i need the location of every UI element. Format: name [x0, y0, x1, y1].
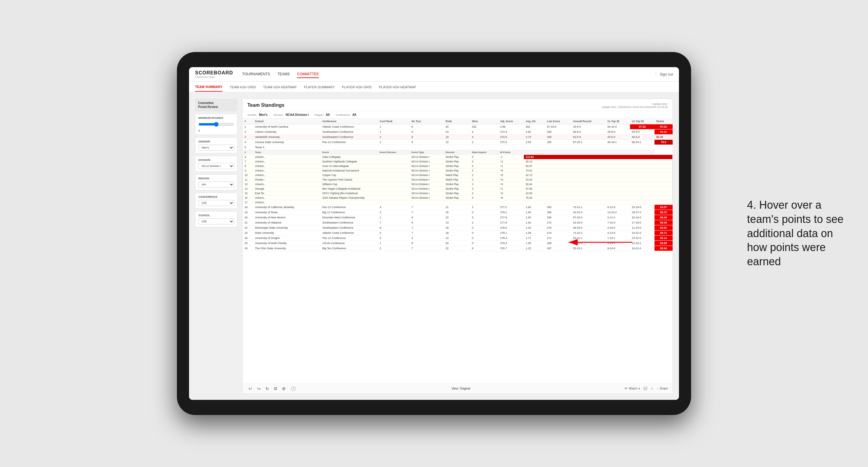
filter-region-display: Region: All: [314, 113, 330, 117]
table-row: 22 Mississippi State University Southeas…: [243, 225, 673, 230]
redo-button[interactable]: ↪: [256, 386, 262, 392]
panel-title: Team Standings: [247, 102, 284, 108]
tab-team-summary[interactable]: TEAM SUMMARY: [195, 83, 223, 92]
filter-gender-label: Gender: [198, 140, 234, 143]
filter-min-rounds-label: Minimum Rounds: [198, 117, 234, 120]
tooltip-row: 13 Univers... Williams Cup NCAA Division…: [243, 182, 673, 187]
col-rank: #: [243, 119, 253, 124]
filter-min-rounds-input[interactable]: [198, 121, 234, 128]
expand-button[interactable]: ⤢: [651, 387, 653, 390]
tooltip-row: 11 Florida I The Cypress Point Classic N…: [243, 178, 673, 182]
clock-button[interactable]: 🕐: [289, 386, 297, 392]
table-row: 18 University of California, Berkeley Pa…: [243, 205, 673, 210]
annotation-text: 4. Hover over a team's points to see add…: [747, 198, 850, 269]
logo-text: SCOREBOARD: [195, 70, 233, 75]
tooltip-row: 15 East Ter OFCC Fighting Illini Invitat…: [243, 191, 673, 196]
filter-gender-select[interactable]: Men's: [198, 145, 234, 151]
table-row: 19 University of Texas Big 12 Conference…: [243, 210, 673, 215]
col-vs50: Vs Top 50: [630, 119, 654, 124]
share-button[interactable]: ↑ Share: [657, 387, 668, 390]
settings-button[interactable]: ⚙: [281, 386, 287, 392]
filter-region-label: Region: [198, 177, 234, 180]
col-conference: Conference: [320, 119, 378, 124]
col-overall: Overall Record: [571, 119, 606, 124]
tab-player-h2h-heatmap[interactable]: PLAYER H2H HEATMAP: [379, 83, 416, 91]
tab-team-h2h-grid[interactable]: TEAM H2H GRID: [230, 83, 256, 91]
filter-division-select[interactable]: NCAA Division I: [198, 163, 234, 169]
chevron-down-icon: ▾: [639, 387, 640, 390]
col-low-score: Low Score: [545, 119, 571, 124]
eye-icon: 👁: [624, 387, 627, 390]
col-points: Points: [654, 119, 673, 124]
filter-conference: Conference (All): [195, 193, 238, 209]
expand-icon: ⤢: [651, 387, 653, 390]
table-row: 1 University of North Carolina Atlantic …: [243, 124, 673, 129]
tooltip-row: 7 Univers... Southern Highlands Collegia…: [243, 159, 673, 164]
watch-label: Watch: [629, 387, 637, 390]
update-time: Update time:Update time: 13/03/2024 10:0…: [601, 102, 668, 108]
filter-division: Division NCAA Division I: [195, 156, 238, 172]
filter-school-select[interactable]: (All): [198, 218, 234, 224]
undo-button[interactable]: ↩: [247, 386, 253, 392]
copy-button[interactable]: ⧉: [273, 385, 278, 392]
table-scroll[interactable]: # School Conference Conf Rank No Tour Rn…: [243, 119, 673, 383]
table-row: 20 University of New Mexico Mountain Wes…: [243, 215, 673, 220]
watch-button[interactable]: 👁 Watch ▾: [624, 387, 640, 390]
top-nav: SCOREBOARD Powered by clippd TOURNAMENTS…: [189, 67, 679, 82]
sidebar-title: CommitteePortal Review: [198, 101, 235, 109]
filter-min-rounds: Minimum Rounds 5: [195, 114, 238, 135]
col-rnds: Rnds: [444, 119, 470, 124]
filter-region-select[interactable]: N/A: [198, 182, 234, 188]
tooltip-header-row: # Team Event Event Division Event Type R…: [243, 150, 673, 155]
annotation-area: 4. Hover over a team's points to see add…: [747, 198, 850, 269]
filter-conference-select[interactable]: (All): [198, 200, 234, 206]
nav-committee[interactable]: COMMITTEE: [297, 71, 319, 78]
toolbar-left: ↩ ↪ ↻ ⧉ ⚙ 🕐: [247, 385, 297, 392]
table-row: 5 Texas T...: [243, 145, 673, 150]
col-vs25: Vs Top 25: [606, 119, 630, 124]
comment-icon: 💬: [644, 387, 647, 390]
filter-division-display: Division: NCAA Division I: [273, 113, 309, 117]
tooltip-row: 8 Univers... Amer An Intercollegiate NCA…: [243, 164, 673, 168]
table-row: 3 Vanderbilt University Southeastern Con…: [243, 134, 673, 140]
tab-player-summary[interactable]: PLAYER SUMMARY: [304, 83, 335, 91]
view-original-label: View: Original: [452, 387, 470, 390]
nav-items: TOURNAMENTS TEAMS COMMITTEE: [242, 71, 656, 78]
share-icon: ↑: [657, 387, 658, 390]
nav-tournaments[interactable]: TOURNAMENTS: [242, 71, 270, 78]
tooltip-row: 16 Univers... 2023 Sahalee Players Champ…: [243, 196, 673, 200]
filter-region: Region N/A: [195, 174, 238, 190]
tooltip-row: 14 Georgia Ben Hogan Collegiate Invitati…: [243, 187, 673, 191]
filter-conference-display: Conference: All: [336, 113, 356, 117]
standings-table: # School Conference Conf Rank No Tour Rn…: [243, 119, 673, 251]
bottom-toolbar: ↩ ↪ ↻ ⧉ ⚙ 🕐 View: Original 👁 Watch: [243, 383, 673, 394]
tab-player-h2h-grid[interactable]: PLAYER H2H GRID: [342, 83, 372, 91]
refresh-button[interactable]: ↻: [264, 386, 270, 392]
sidebar: CommitteePortal Review Minimum Rounds 5 …: [195, 99, 238, 394]
tablet-shell: SCOREBOARD Powered by clippd TOURNAMENTS…: [177, 52, 691, 415]
table-row: 2 Auburn University Southeastern Confere…: [243, 129, 673, 134]
share-label: Share: [660, 387, 668, 390]
sign-out-button[interactable]: Sign out: [656, 72, 673, 76]
filter-row: Gender: Men's Division: NCAA Division I …: [243, 111, 673, 119]
col-adj-score: Adj. Score: [498, 119, 524, 124]
tooltip-row: 10 Univers... Copper Cup NCAA Division I…: [243, 173, 673, 178]
table-row: 23 Duke University Atlantic Coast Confer…: [243, 230, 673, 236]
sidebar-header: CommitteePortal Review: [195, 99, 238, 111]
table-header-row: # School Conference Conf Rank No Tour Rn…: [243, 119, 673, 124]
view-original-button[interactable]: View: Original: [452, 387, 470, 390]
filter-min-rounds-value: 5: [198, 129, 234, 132]
tooltip-row: 9 Univers... National Invitational Tourn…: [243, 168, 673, 173]
col-conf-rank: Conf Rank: [378, 119, 409, 124]
col-no-tour: No Tour: [409, 119, 444, 124]
col-wins: Wins: [470, 119, 498, 124]
col-school: School: [253, 119, 320, 124]
tab-team-h2h-heatmap[interactable]: TEAM H2H HEATMAP: [263, 83, 297, 91]
sub-nav: TEAM SUMMARY TEAM H2H GRID TEAM H2H HEAT…: [189, 82, 679, 93]
table-row: 21 University of Alabama Southeastern Co…: [243, 220, 673, 225]
filter-school-label: School: [198, 214, 234, 217]
panel-header: Team Standings Update time:Update time: …: [243, 99, 673, 111]
logo-area: SCOREBOARD Powered by clippd: [195, 70, 233, 78]
nav-teams[interactable]: TEAMS: [277, 71, 290, 78]
comment-button[interactable]: 💬: [644, 387, 647, 390]
